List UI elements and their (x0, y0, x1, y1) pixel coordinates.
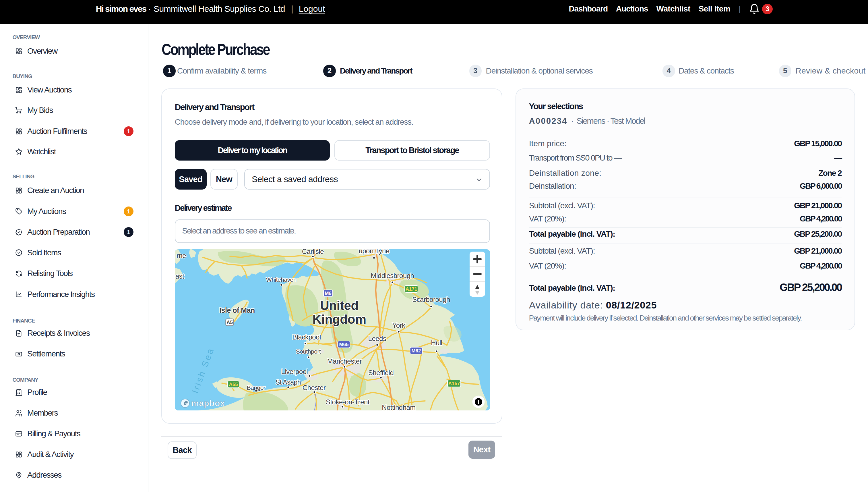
svg-text:Liverpool: Liverpool (281, 368, 308, 375)
svg-text:A171: A171 (405, 286, 417, 292)
svg-text:ast: ast (175, 272, 184, 280)
svg-text:rne: rne (177, 252, 186, 260)
svg-text:Kingdom: Kingdom (312, 312, 366, 326)
svg-text:York: York (392, 321, 405, 329)
svg-text:A5: A5 (227, 320, 233, 325)
svg-text:Whitehaven: Whitehaven (266, 276, 296, 283)
svg-text:Hull: Hull (431, 339, 442, 347)
svg-text:Nottingham: Nottingham (382, 403, 416, 411)
svg-text:Isle of Man: Isle of Man (219, 306, 255, 314)
svg-text:upon Tyne: upon Tyne (359, 249, 389, 255)
svg-text:Scarborough: Scarborough (412, 296, 450, 303)
svg-text:Manchester: Manchester (327, 357, 362, 365)
svg-text:M65: M65 (339, 342, 348, 347)
svg-text:Stoke-on-Trent: Stoke-on-Trent (326, 398, 370, 406)
svg-text:Sheffield: Sheffield (368, 369, 393, 376)
svg-text:Leeds: Leeds (368, 335, 386, 342)
svg-text:United: United (320, 298, 359, 313)
svg-text:A55: A55 (229, 382, 238, 387)
svg-text:Carlisle: Carlisle (302, 249, 324, 255)
svg-text:Southport: Southport (296, 348, 321, 355)
svg-text:Middlesbrough: Middlesbrough (371, 272, 414, 279)
svg-text:mapbox: mapbox (191, 398, 225, 408)
svg-text:M62: M62 (411, 348, 421, 353)
svg-text:St Asaph: St Asaph (275, 378, 301, 386)
svg-text:i: i (478, 399, 479, 405)
svg-text:M6: M6 (325, 291, 332, 296)
svg-text:Blackpool: Blackpool (292, 333, 321, 341)
svg-text:A157: A157 (448, 381, 460, 386)
svg-text:Chester: Chester (302, 384, 325, 392)
